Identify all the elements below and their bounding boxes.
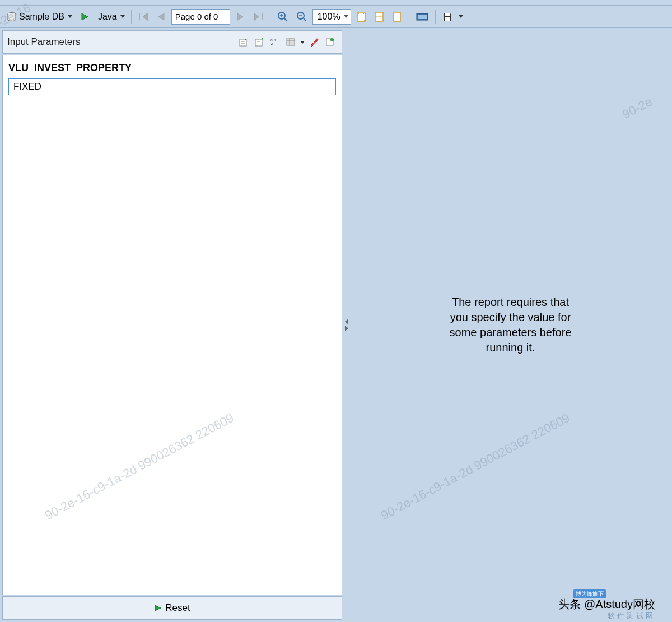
panel-title: Input Parameters [7, 36, 236, 48]
next-page-button[interactable] [232, 9, 248, 25]
first-page-button[interactable] [136, 9, 151, 25]
prev-page-button[interactable] [153, 9, 169, 25]
database-icon [7, 12, 17, 22]
separator [409, 10, 409, 24]
pin-button[interactable] [323, 35, 337, 49]
svg-point-28 [330, 38, 334, 41]
caret-down-icon [344, 15, 348, 18]
view-mode-button[interactable] [413, 9, 431, 25]
reset-label: Reset [165, 602, 190, 614]
reset-button[interactable]: Reset [2, 596, 342, 620]
add-param-button[interactable] [236, 35, 251, 49]
panel-toolbar: az [236, 35, 337, 49]
svg-rect-14 [445, 13, 450, 16]
svg-rect-19 [255, 39, 262, 46]
fit-page-button[interactable] [353, 9, 369, 25]
sort-button[interactable]: az [268, 35, 282, 49]
footer-attribution: 头条 @Atstudy网校 [558, 597, 655, 612]
language-dropdown[interactable]: Java [95, 9, 127, 25]
run-icon [154, 604, 162, 612]
svg-rect-23 [287, 39, 295, 45]
panel-header: Input Parameters az [2, 30, 342, 54]
tab-strip [0, 0, 672, 6]
svg-rect-11 [394, 12, 400, 21]
run-button[interactable] [77, 9, 92, 25]
save-dropdown-caret[interactable] [459, 15, 463, 18]
svg-rect-13 [418, 15, 427, 19]
main-area: Input Parameters az [0, 28, 672, 622]
svg-line-2 [284, 18, 287, 21]
clear-button[interactable] [307, 35, 321, 49]
footer-text: 头条 @Atstudy网校 [558, 597, 655, 612]
splitter[interactable] [344, 28, 349, 622]
parameters-pane: Input Parameters az [0, 28, 344, 622]
page-input[interactable] [171, 9, 230, 25]
parameter-value-input[interactable] [8, 78, 336, 95]
view-options-caret[interactable] [300, 41, 305, 44]
svg-line-6 [304, 18, 306, 21]
language-label: Java [98, 12, 117, 22]
actual-size-button[interactable] [389, 9, 405, 25]
svg-rect-16 [240, 39, 246, 46]
save-button[interactable] [440, 9, 455, 25]
parameters-body: VLU_INVEST_PROPERTY [2, 55, 342, 595]
fit-width-button[interactable] [371, 9, 387, 25]
view-options-button[interactable] [283, 35, 298, 49]
datasource-dropdown[interactable]: Sample DB [3, 9, 74, 25]
parameter-name: VLU_INVEST_PROPERTY [8, 62, 336, 74]
zoom-in-button[interactable] [274, 9, 291, 25]
zoom-out-button[interactable] [293, 9, 310, 25]
footer-sub: 软件测试网 [608, 611, 655, 621]
caret-down-icon [120, 15, 125, 18]
svg-text:a: a [270, 38, 273, 42]
zoom-value: 100% [318, 12, 340, 22]
separator [435, 10, 436, 24]
splitter-handle [345, 319, 348, 331]
separator [131, 10, 132, 24]
import-param-button[interactable] [252, 35, 267, 49]
svg-text:z: z [274, 38, 277, 42]
caret-down-icon [68, 15, 72, 18]
report-message: The report requires that you specify the… [449, 295, 572, 355]
datasource-label: Sample DB [19, 12, 64, 22]
main-toolbar: Sample DB Java 100% [0, 6, 672, 28]
separator [270, 10, 270, 24]
zoom-select[interactable]: 100% [312, 9, 351, 25]
report-preview-pane: The report requires that you specify the… [349, 28, 672, 622]
last-page-button[interactable] [250, 9, 266, 25]
svg-rect-15 [445, 17, 450, 21]
